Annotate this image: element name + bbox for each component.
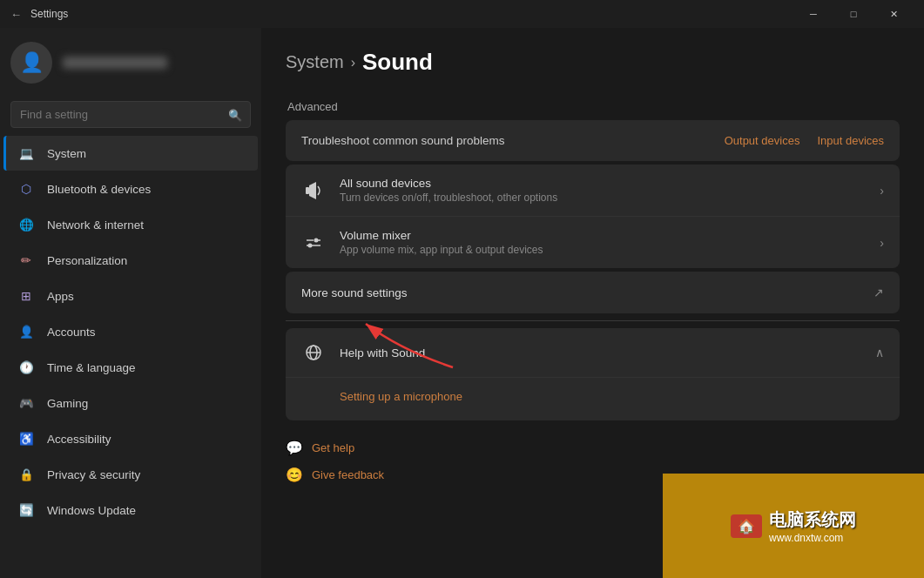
sound-settings-card: All sound devices Turn devices on/off, t… xyxy=(286,165,900,268)
more-sound-settings-row[interactable]: More sound settings ↗ xyxy=(286,272,900,313)
gaming-icon: 🎮 xyxy=(17,394,35,412)
personalization-icon: ✏ xyxy=(17,252,35,269)
sidebar-item-personalization[interactable]: ✏ Personalization xyxy=(3,243,258,278)
svg-marker-1 xyxy=(309,182,316,199)
get-help-text[interactable]: Get help xyxy=(312,441,354,454)
search-icon: 🔍 xyxy=(228,108,242,121)
troubleshoot-links: Output devices Input devices xyxy=(725,134,884,147)
privacy-icon: 🔒 xyxy=(17,466,35,483)
more-sound-settings-text: More sound settings xyxy=(301,286,408,299)
sidebar: 👤 🔍 💻 System ⬡ Bluetooth & devices 🌐 Net… xyxy=(0,28,261,578)
sidebar-item-apps[interactable]: ⊞ Apps xyxy=(3,279,258,313)
title-bar: ← Settings ─ □ ✕ xyxy=(0,0,924,28)
watermark-line1: 电脑系统网 xyxy=(769,508,856,532)
watermark-line2: www.dnxtw.com xyxy=(769,532,856,544)
volume-mixer-info: Volume mixer App volume mix, app input &… xyxy=(340,229,543,256)
get-help-icon: 💬 xyxy=(286,440,303,456)
input-devices-link[interactable]: Input devices xyxy=(817,134,884,147)
breadcrumb: System › Sound xyxy=(286,49,900,76)
all-sound-devices-title: All sound devices xyxy=(340,177,557,190)
volume-mixer-chevron: › xyxy=(880,236,884,250)
volume-mixer-icon xyxy=(301,231,326,255)
all-sound-devices-subtitle: Turn devices on/off, troubleshoot, other… xyxy=(340,192,557,204)
troubleshoot-row: Troubleshoot common sound problems Outpu… xyxy=(286,120,900,161)
external-link-icon: ↗ xyxy=(873,286,884,299)
time-icon: 🕐 xyxy=(17,359,35,376)
help-globe-icon xyxy=(301,340,326,365)
sidebar-label-personalization: Personalization xyxy=(47,254,127,267)
apps-icon: ⊞ xyxy=(17,287,35,305)
divider xyxy=(286,320,900,321)
give-feedback-text[interactable]: Give feedback xyxy=(312,468,384,481)
sidebar-label-accounts: Accounts xyxy=(47,326,96,339)
volume-mixer-left: Volume mixer App volume mix, app input &… xyxy=(301,229,543,256)
all-sound-devices-chevron: › xyxy=(880,184,884,198)
sidebar-label-update: Windows Update xyxy=(47,504,136,517)
help-chevron-icon: ∧ xyxy=(875,346,884,360)
all-sound-devices-icon xyxy=(301,178,326,203)
sidebar-label-accessibility: Accessibility xyxy=(47,433,111,446)
minimize-button[interactable]: ─ xyxy=(793,0,833,28)
svg-rect-0 xyxy=(306,187,309,194)
help-title: Help with Sound xyxy=(340,346,425,360)
breadcrumb-current: Sound xyxy=(362,49,433,76)
search-input[interactable] xyxy=(10,101,251,128)
breadcrumb-separator: › xyxy=(351,55,355,71)
watermark-icon: 🏠 xyxy=(738,519,755,534)
bluetooth-icon: ⬡ xyxy=(17,180,35,198)
volume-mixer-subtitle: App volume mix, app input & output devic… xyxy=(340,244,543,256)
all-sound-devices-info: All sound devices Turn devices on/off, t… xyxy=(340,177,557,204)
troubleshoot-text: Troubleshoot common sound problems xyxy=(301,134,505,147)
sidebar-item-accounts[interactable]: 👤 Accounts xyxy=(3,314,258,349)
avatar: 👤 xyxy=(10,42,52,84)
sidebar-item-network[interactable]: 🌐 Network & internet xyxy=(3,207,258,242)
sidebar-item-time[interactable]: 🕐 Time & language xyxy=(3,350,258,385)
close-button[interactable]: ✕ xyxy=(873,0,914,28)
maximize-button[interactable]: □ xyxy=(833,0,873,28)
sidebar-label-time: Time & language xyxy=(47,361,136,374)
all-sound-devices-left: All sound devices Turn devices on/off, t… xyxy=(301,177,557,204)
volume-mixer-row[interactable]: Volume mixer App volume mix, app input &… xyxy=(286,217,900,268)
all-sound-devices-row[interactable]: All sound devices Turn devices on/off, t… xyxy=(286,165,900,217)
help-content: Setting up a microphone xyxy=(286,377,900,420)
sidebar-label-bluetooth: Bluetooth & devices xyxy=(47,183,151,196)
sidebar-item-update[interactable]: 🔄 Windows Update xyxy=(3,493,258,528)
svg-point-5 xyxy=(308,243,313,247)
sidebar-item-system[interactable]: 💻 System xyxy=(3,136,258,171)
sidebar-label-gaming: Gaming xyxy=(47,397,88,410)
sidebar-label-system: System xyxy=(47,147,86,160)
give-feedback-icon: 😊 xyxy=(286,467,303,483)
accounts-icon: 👤 xyxy=(17,323,35,340)
help-section: Help with Sound ∧ Setting up a microphon… xyxy=(286,328,900,420)
title-bar-left: ← Settings xyxy=(10,8,68,21)
network-icon: 🌐 xyxy=(17,216,35,233)
sidebar-label-privacy: Privacy & security xyxy=(47,468,140,481)
user-profile[interactable]: 👤 xyxy=(0,28,261,97)
microphone-setup-link[interactable]: Setting up a microphone xyxy=(340,385,884,408)
sidebar-label-network: Network & internet xyxy=(47,218,144,232)
back-button[interactable]: ← xyxy=(10,8,22,21)
user-name xyxy=(63,57,167,69)
section-label: Advanced xyxy=(286,100,900,113)
sidebar-item-privacy[interactable]: 🔒 Privacy & security xyxy=(3,457,258,492)
output-devices-link[interactable]: Output devices xyxy=(725,134,800,147)
system-icon: 💻 xyxy=(17,144,35,162)
title-bar-title: Settings xyxy=(30,8,68,20)
title-bar-controls: ─ □ ✕ xyxy=(793,0,914,28)
help-header-left: Help with Sound xyxy=(301,340,425,365)
update-icon: 🔄 xyxy=(17,501,35,519)
watermark: 🏠 电脑系统网 www.dnxtw.com xyxy=(663,474,924,578)
breadcrumb-parent[interactable]: System xyxy=(286,52,344,72)
sidebar-item-gaming[interactable]: 🎮 Gaming xyxy=(3,386,258,420)
nav-list: 💻 System ⬡ Bluetooth & devices 🌐 Network… xyxy=(0,135,261,528)
get-help-item[interactable]: 💬 Get help xyxy=(286,434,900,461)
sidebar-item-accessibility[interactable]: ♿ Accessibility xyxy=(3,421,258,456)
search-box: 🔍 xyxy=(10,101,251,128)
sidebar-item-bluetooth[interactable]: ⬡ Bluetooth & devices xyxy=(3,171,258,206)
user-icon: 👤 xyxy=(20,51,44,74)
accessibility-icon: ♿ xyxy=(17,430,35,447)
sidebar-label-apps: Apps xyxy=(47,290,74,303)
help-header[interactable]: Help with Sound ∧ xyxy=(286,328,900,377)
volume-mixer-title: Volume mixer xyxy=(340,229,543,242)
